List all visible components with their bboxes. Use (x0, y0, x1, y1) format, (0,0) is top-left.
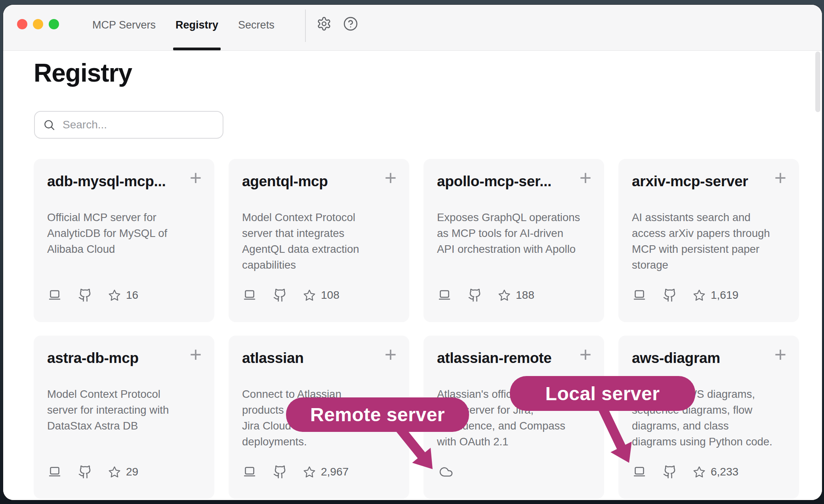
server-card-arxiv-mcp-server[interactable]: arxiv-mcp-server + AI assistants search … (618, 159, 799, 322)
github-icon (468, 288, 482, 302)
server-name: astra-db-mcp (47, 350, 139, 367)
cloud-icon (437, 465, 455, 479)
stars-stat: 188 (498, 289, 534, 302)
star-count: 16 (126, 289, 138, 302)
settings-button[interactable] (315, 15, 333, 33)
laptop-icon (242, 465, 257, 479)
star-icon (303, 289, 316, 302)
stars-stat: 16 (108, 289, 138, 302)
github-icon (663, 288, 677, 302)
github-icon (78, 288, 92, 302)
server-name: adb-mysql-mcp... (47, 173, 166, 190)
star-count: 6,233 (711, 466, 738, 478)
server-card-adb-mysql-mcp[interactable]: adb-mysql-mcp... + Official MCP server f… (34, 159, 214, 322)
github-icon (273, 465, 287, 479)
laptop-icon (632, 288, 647, 302)
server-name: arxiv-mcp-server (632, 173, 748, 190)
server-card-astra-db-mcp[interactable]: astra-db-mcp + Model Context Protocolser… (34, 336, 214, 499)
window-controls (17, 19, 59, 29)
star-count: 108 (321, 289, 340, 302)
laptop-icon (242, 288, 257, 302)
star-icon (498, 289, 511, 302)
star-count: 29 (126, 466, 138, 478)
add-server-button[interactable]: + (187, 168, 205, 188)
help-button[interactable] (341, 15, 360, 33)
add-server-button[interactable]: + (187, 344, 205, 365)
search-input[interactable] (62, 118, 215, 132)
add-server-button[interactable]: + (771, 344, 790, 365)
server-stats: 16 (47, 286, 138, 304)
titlebar: MCP Servers Registry Secrets (3, 5, 822, 51)
laptop-icon (47, 288, 62, 302)
add-server-button[interactable]: + (576, 168, 595, 188)
scrollbar-thumb[interactable] (815, 52, 820, 112)
server-stats: 29 (47, 463, 138, 481)
laptop-icon (632, 465, 647, 479)
server-description: Exposes GraphQL operationsas MCP tools f… (437, 210, 580, 257)
star-count: 188 (516, 289, 534, 302)
stars-stat: 1,619 (693, 289, 738, 302)
minimize-window-button[interactable] (33, 19, 43, 29)
server-description: Model Context Protocolserver for interac… (47, 386, 169, 434)
laptop-icon (47, 465, 62, 479)
server-description: Model Context Protocolserver that integr… (242, 210, 359, 273)
server-description: Official MCP server forAnalyticDB for My… (47, 210, 167, 257)
server-name: atlassian-remote (437, 350, 551, 367)
titlebar-divider (305, 10, 306, 42)
search-icon (43, 118, 55, 131)
star-count: 2,967 (321, 466, 349, 478)
tab-mcp-servers[interactable]: MCP Servers (92, 5, 156, 50)
star-icon (693, 466, 706, 478)
server-name: atlassian (242, 350, 304, 367)
help-icon (343, 16, 358, 31)
add-server-button[interactable]: + (381, 344, 400, 365)
server-card-apollo-mcp-ser[interactable]: apollo-mcp-ser... + Exposes GraphQL oper… (423, 159, 604, 322)
server-card-agentql-mcp[interactable]: agentql-mcp + Model Context Protocolserv… (229, 159, 409, 322)
server-stats: 6,233 (632, 463, 738, 481)
server-stats: 188 (437, 286, 534, 304)
stars-stat: 29 (108, 466, 138, 478)
server-name: aws-diagram (632, 350, 720, 367)
github-icon (78, 465, 92, 479)
star-icon (108, 289, 121, 302)
stars-stat: 6,233 (693, 466, 738, 478)
app-window: MCP Servers Registry Secrets (3, 5, 822, 500)
server-stats: 1,619 (632, 286, 738, 304)
tab-registry[interactable]: Registry (175, 5, 218, 50)
server-description: AI assistants search andaccess arXiv pap… (632, 210, 770, 273)
registry-page: Registry adb-mysql-mcp... + Official MCP… (3, 51, 822, 500)
star-icon (693, 289, 706, 302)
server-stats: 2,967 (242, 463, 349, 481)
fullscreen-window-button[interactable] (49, 19, 59, 29)
nav-tabs: MCP Servers Registry Secrets (92, 5, 275, 50)
add-server-button[interactable]: + (771, 168, 790, 188)
star-icon (303, 466, 316, 478)
server-card-grid: adb-mysql-mcp... + Official MCP server f… (34, 159, 799, 499)
add-server-button[interactable]: + (381, 168, 400, 188)
gear-icon (317, 16, 332, 31)
local-server-callout: Local server (510, 376, 695, 411)
server-stats (437, 463, 455, 481)
server-name: apollo-mcp-ser... (437, 173, 551, 190)
page-title: Registry (34, 56, 132, 90)
tab-secrets[interactable]: Secrets (238, 5, 275, 50)
server-stats: 108 (242, 286, 340, 304)
star-count: 1,619 (711, 289, 738, 302)
star-icon (108, 466, 121, 478)
server-card-aws-diagram[interactable]: aws-diagram + Generate AWS diagrams,sequ… (618, 336, 799, 499)
remote-server-callout: Remote server (286, 397, 469, 432)
stars-stat: 108 (303, 289, 340, 302)
search-box[interactable] (34, 111, 223, 139)
stars-stat: 2,967 (303, 466, 349, 478)
server-name: agentql-mcp (242, 173, 328, 190)
github-icon (663, 465, 677, 479)
close-window-button[interactable] (17, 19, 27, 29)
add-server-button[interactable]: + (576, 344, 595, 365)
github-icon (273, 288, 287, 302)
laptop-icon (437, 288, 452, 302)
